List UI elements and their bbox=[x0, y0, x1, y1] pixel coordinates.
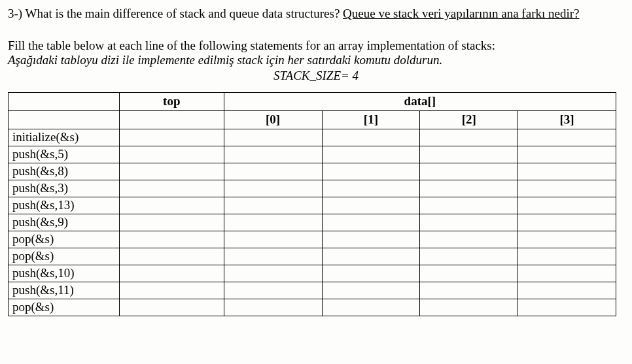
instructions-turkish: Aşağıdaki tabloyu dizi ile implemente ed… bbox=[8, 53, 624, 67]
data-cell-2 bbox=[420, 146, 518, 163]
operation-cell: push(&s,10) bbox=[9, 265, 120, 282]
data-cell-2 bbox=[420, 180, 518, 197]
data-cell-3 bbox=[518, 180, 616, 197]
header-index-0: [0] bbox=[224, 110, 322, 129]
table-row: push(&s,10) bbox=[9, 265, 616, 282]
operation-cell: pop(&s) bbox=[9, 248, 120, 265]
data-cell-3 bbox=[518, 163, 616, 180]
stack-size-label: STACK_SIZE= 4 bbox=[8, 69, 624, 83]
instructions-english: Fill the table below at each line of the… bbox=[8, 39, 624, 53]
top-cell bbox=[119, 146, 224, 163]
top-cell bbox=[119, 282, 224, 299]
data-cell-1 bbox=[322, 231, 420, 248]
data-cell-1 bbox=[322, 197, 420, 214]
data-cell-2 bbox=[420, 265, 518, 282]
operation-cell: push(&s,5) bbox=[9, 146, 120, 163]
top-cell bbox=[119, 163, 224, 180]
table-row: push(&s,13) bbox=[9, 197, 616, 214]
data-cell-1 bbox=[322, 265, 420, 282]
header-top: top bbox=[119, 92, 224, 110]
operation-cell: pop(&s) bbox=[9, 299, 120, 316]
data-cell-3 bbox=[518, 231, 616, 248]
top-cell bbox=[119, 197, 224, 214]
header-index-2: [2] bbox=[420, 110, 518, 129]
operation-cell: initialize(&s) bbox=[9, 129, 120, 146]
data-cell-2 bbox=[420, 197, 518, 214]
data-cell-1 bbox=[322, 248, 420, 265]
data-cell-3 bbox=[518, 265, 616, 282]
table-row: push(&s,11) bbox=[9, 282, 616, 299]
data-cell-1 bbox=[322, 129, 420, 146]
data-cell-2 bbox=[420, 231, 518, 248]
data-cell-3 bbox=[518, 214, 616, 231]
data-cell-2 bbox=[420, 248, 518, 265]
data-cell-0 bbox=[224, 248, 322, 265]
operation-cell: push(&s,9) bbox=[9, 214, 120, 231]
data-cell-2 bbox=[420, 299, 518, 316]
data-cell-3 bbox=[518, 248, 616, 265]
operation-cell: push(&s,8) bbox=[9, 163, 120, 180]
table-row: pop(&s) bbox=[9, 248, 616, 265]
data-cell-1 bbox=[322, 146, 420, 163]
question-english: What is the main difference of stack and… bbox=[26, 7, 343, 20]
top-cell bbox=[119, 180, 224, 197]
header-data: data[] bbox=[224, 92, 616, 110]
data-cell-1 bbox=[322, 282, 420, 299]
data-cell-3 bbox=[518, 146, 616, 163]
top-cell bbox=[119, 129, 224, 146]
data-cell-0 bbox=[224, 197, 322, 214]
stack-trace-table: top data[] [0] [1] [2] [3] initialize(&s… bbox=[8, 92, 616, 316]
data-cell-2 bbox=[420, 129, 518, 146]
table-header-row-1: top data[] bbox=[9, 92, 616, 110]
operation-cell: push(&s,11) bbox=[9, 282, 120, 299]
operation-cell: push(&s,3) bbox=[9, 180, 120, 197]
header-empty-op2 bbox=[9, 110, 120, 129]
header-empty-op bbox=[9, 92, 120, 110]
data-cell-0 bbox=[224, 180, 322, 197]
question-number: 3-) bbox=[8, 7, 26, 20]
data-cell-0 bbox=[224, 129, 322, 146]
operation-cell: push(&s,13) bbox=[9, 197, 120, 214]
header-index-3: [3] bbox=[518, 110, 616, 129]
top-cell bbox=[119, 299, 224, 316]
header-index-1: [1] bbox=[322, 110, 420, 129]
top-cell bbox=[119, 265, 224, 282]
data-cell-0 bbox=[224, 299, 322, 316]
question-text: 3-) What is the main difference of stack… bbox=[8, 5, 624, 23]
data-cell-2 bbox=[420, 163, 518, 180]
top-cell bbox=[119, 231, 224, 248]
top-cell bbox=[119, 248, 224, 265]
table-row: push(&s,8) bbox=[9, 163, 616, 180]
header-empty-top bbox=[119, 110, 224, 129]
data-cell-0 bbox=[224, 214, 322, 231]
data-cell-3 bbox=[518, 282, 616, 299]
question-turkish: Queue ve stack veri yapılarının ana fark… bbox=[343, 7, 579, 20]
data-cell-1 bbox=[322, 299, 420, 316]
data-cell-1 bbox=[322, 180, 420, 197]
top-cell bbox=[119, 214, 224, 231]
data-cell-0 bbox=[224, 231, 322, 248]
table-row: pop(&s) bbox=[9, 231, 616, 248]
table-row: push(&s,9) bbox=[9, 214, 616, 231]
table-row: initialize(&s) bbox=[9, 129, 616, 146]
data-cell-2 bbox=[420, 214, 518, 231]
table-header-row-2: [0] [1] [2] [3] bbox=[9, 110, 616, 129]
table-row: push(&s,3) bbox=[9, 180, 616, 197]
data-cell-0 bbox=[224, 282, 322, 299]
data-cell-3 bbox=[518, 197, 616, 214]
data-cell-1 bbox=[322, 163, 420, 180]
instructions-block: Fill the table below at each line of the… bbox=[8, 39, 624, 83]
data-cell-3 bbox=[518, 129, 616, 146]
data-cell-0 bbox=[224, 265, 322, 282]
question-block: 3-) What is the main difference of stack… bbox=[8, 5, 624, 23]
table-row: push(&s,5) bbox=[9, 146, 616, 163]
data-cell-0 bbox=[224, 146, 322, 163]
data-cell-1 bbox=[322, 214, 420, 231]
data-cell-2 bbox=[420, 282, 518, 299]
data-cell-0 bbox=[224, 163, 322, 180]
table-row: pop(&s) bbox=[9, 299, 616, 316]
operation-cell: pop(&s) bbox=[9, 231, 120, 248]
data-cell-3 bbox=[518, 299, 616, 316]
